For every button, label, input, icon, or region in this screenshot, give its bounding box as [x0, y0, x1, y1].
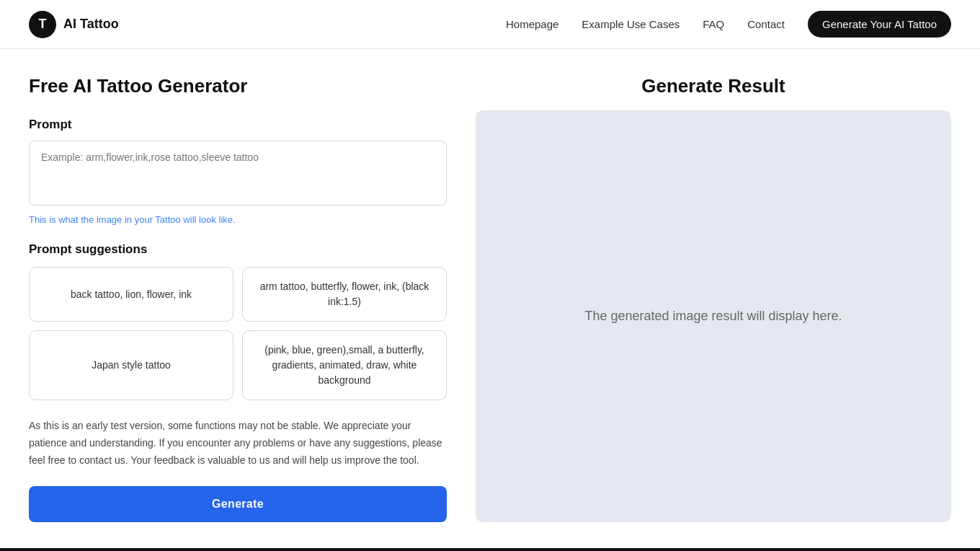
prompt-hint: This is what the image in your Tattoo wi…: [29, 214, 447, 225]
suggestions-label: Prompt suggestions: [29, 242, 447, 257]
nav-link-examples[interactable]: Example Use Cases: [582, 18, 680, 30]
suggestion-card-2[interactable]: Japan style tattoo: [29, 330, 233, 400]
prompt-input[interactable]: [29, 141, 447, 206]
disclaimer-text: As this is an early test version, some f…: [29, 418, 447, 469]
generate-button[interactable]: Generate: [29, 486, 447, 522]
page-title: Free AI Tattoo Generator: [29, 75, 447, 97]
nav-link-contact[interactable]: Contact: [747, 18, 785, 30]
footer: [0, 548, 980, 551]
result-image-area: The generated image result will display …: [476, 110, 951, 522]
result-placeholder-text: The generated image result will display …: [584, 309, 842, 324]
suggestion-card-0[interactable]: back tattoo, lion, flower, ink: [29, 267, 233, 322]
suggestions-section: Prompt suggestions back tattoo, lion, fl…: [29, 242, 447, 400]
nav-cta-button[interactable]: Generate Your AI Tattoo: [808, 11, 951, 38]
nav-link-homepage[interactable]: Homepage: [506, 18, 558, 30]
nav-links: Homepage Example Use Cases FAQ Contact G…: [506, 11, 951, 38]
logo[interactable]: T AI Tattoo: [29, 11, 119, 38]
nav-link-faq[interactable]: FAQ: [703, 18, 724, 30]
suggestion-card-1[interactable]: arm tattoo, butterfly, flower, ink, (bla…: [242, 267, 447, 322]
prompt-section: Prompt This is what the image in your Ta…: [29, 118, 447, 225]
right-panel: Generate Result The generated image resu…: [476, 75, 951, 522]
main-content: Free AI Tattoo Generator Prompt This is …: [0, 49, 980, 548]
logo-text: AI Tattoo: [63, 17, 119, 32]
result-title: Generate Result: [476, 75, 951, 97]
suggestions-grid: back tattoo, lion, flower, ink arm tatto…: [29, 267, 447, 400]
logo-icon: T: [29, 11, 56, 38]
prompt-label: Prompt: [29, 118, 447, 132]
navigation: T AI Tattoo Homepage Example Use Cases F…: [0, 0, 980, 49]
suggestion-card-3[interactable]: (pink, blue, green),small, a butterfly, …: [242, 330, 447, 400]
left-panel: Free AI Tattoo Generator Prompt This is …: [29, 75, 447, 522]
